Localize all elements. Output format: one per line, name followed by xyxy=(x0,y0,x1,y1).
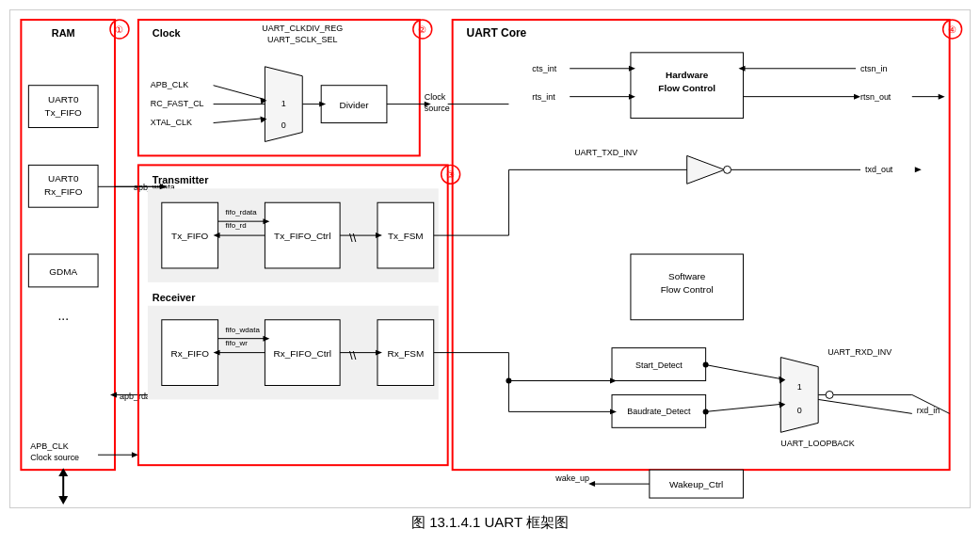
svg-text:UART_RXD_INV: UART_RXD_INV xyxy=(827,347,892,357)
svg-text:fifo_rdata: fifo_rdata xyxy=(226,208,258,216)
svg-text:Clock: Clock xyxy=(425,92,446,102)
svg-text:UART Core: UART Core xyxy=(467,26,527,40)
svg-text:Tx_FSM: Tx_FSM xyxy=(388,231,424,241)
svg-text:wake_up: wake_up xyxy=(554,473,589,483)
diagram-caption: 图 13.1.4.1 UART 框架图 xyxy=(9,508,971,534)
svg-text:XTAL_CLK: XTAL_CLK xyxy=(151,118,192,127)
svg-text:Wakeup_Ctrl: Wakeup_Ctrl xyxy=(669,479,723,489)
svg-text:RC_FAST_CL: RC_FAST_CL xyxy=(151,99,204,108)
svg-text:fifo_wr: fifo_wr xyxy=(226,339,249,347)
svg-text:0: 0 xyxy=(281,120,286,130)
svg-text:0: 0 xyxy=(797,406,802,415)
svg-text:④: ④ xyxy=(948,24,956,35)
svg-text:UART0: UART0 xyxy=(48,173,79,184)
svg-text:Tx_FIFO: Tx_FIFO xyxy=(45,107,83,118)
svg-text:Rx_FIFO: Rx_FIFO xyxy=(44,186,83,197)
svg-text:txd_out: txd_out xyxy=(865,165,893,174)
svg-text:②: ② xyxy=(418,24,426,35)
svg-text:ctsn_in: ctsn_in xyxy=(860,64,887,73)
svg-text:cts_int: cts_int xyxy=(532,64,556,73)
svg-text:UART0: UART0 xyxy=(48,94,79,104)
svg-point-150 xyxy=(703,409,709,414)
svg-text:fifo_wdata: fifo_wdata xyxy=(226,326,261,334)
diagram-area: ① RAM UART0 Tx_FIFO UART0 Rx_FIFO GDMA .… xyxy=(9,9,971,508)
svg-text:Rx_FIFO_Ctrl: Rx_FIFO_Ctrl xyxy=(274,348,331,359)
svg-text:\\: \\ xyxy=(349,231,357,245)
svg-text:Hardware: Hardware xyxy=(666,70,709,80)
svg-text:APB_CLK: APB_CLK xyxy=(30,441,68,451)
svg-text:source: source xyxy=(425,104,450,113)
svg-text:\\: \\ xyxy=(349,348,357,362)
svg-text:1: 1 xyxy=(797,382,802,392)
svg-text:Rx_FSM: Rx_FSM xyxy=(387,348,424,359)
svg-text:UART_SCLK_SEL: UART_SCLK_SEL xyxy=(267,35,338,44)
diagram-svg: ① RAM UART0 Tx_FIFO UART0 Rx_FIFO GDMA .… xyxy=(10,10,970,507)
svg-text:UART_TXD_INV: UART_TXD_INV xyxy=(574,148,637,157)
svg-text:Clock: Clock xyxy=(153,27,182,39)
svg-point-144 xyxy=(506,378,511,384)
svg-text:UART_LOOPBACK: UART_LOOPBACK xyxy=(780,439,854,448)
svg-text:Transmitter: Transmitter xyxy=(153,174,209,185)
svg-marker-127 xyxy=(780,358,818,433)
svg-text:Start_Detect: Start_Detect xyxy=(635,361,683,370)
svg-text:RAM: RAM xyxy=(52,27,75,39)
svg-point-149 xyxy=(703,362,709,368)
svg-text:APB_CLK: APB_CLK xyxy=(151,80,188,89)
svg-text:Tx_FIFO_Ctrl: Tx_FIFO_Ctrl xyxy=(274,231,330,241)
svg-point-113 xyxy=(724,166,731,173)
svg-text:③: ③ xyxy=(446,169,455,180)
svg-text:Divider: Divider xyxy=(340,100,370,110)
svg-text:rxd_in: rxd_in xyxy=(917,406,940,415)
svg-text:Flow Control: Flow Control xyxy=(658,83,715,93)
svg-text:UART_CLKDIV_REG: UART_CLKDIV_REG xyxy=(262,24,343,33)
svg-text:rts_int: rts_int xyxy=(532,92,555,102)
main-container: ① RAM UART0 Tx_FIFO UART0 Rx_FIFO GDMA .… xyxy=(0,0,980,545)
svg-text:rtsn_out: rtsn_out xyxy=(860,92,892,102)
svg-text:...: ... xyxy=(57,308,69,323)
svg-text:Software: Software xyxy=(668,271,706,281)
svg-text:Clock source: Clock source xyxy=(30,453,79,462)
svg-text:Tx_FIFO: Tx_FIFO xyxy=(171,231,209,241)
svg-text:Receiver: Receiver xyxy=(153,292,196,303)
svg-point-133 xyxy=(826,391,833,398)
svg-text:GDMA: GDMA xyxy=(49,266,77,277)
svg-text:1: 1 xyxy=(281,99,286,108)
svg-text:Flow Control: Flow Control xyxy=(661,284,714,295)
svg-text:①: ① xyxy=(115,24,123,35)
svg-text:Baudrate_Detect: Baudrate_Detect xyxy=(627,407,691,416)
svg-text:Rx_FIFO: Rx_FIFO xyxy=(171,348,210,359)
svg-text:fifo_rd: fifo_rd xyxy=(226,221,247,230)
